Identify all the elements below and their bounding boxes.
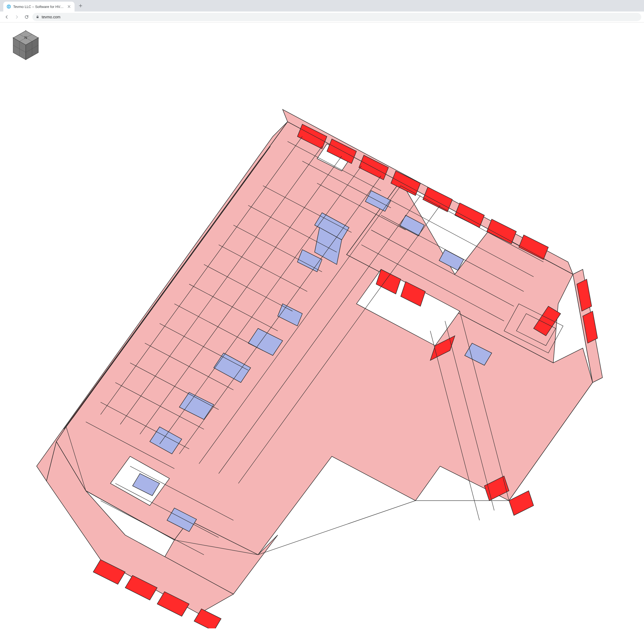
tab-close-icon[interactable]: [67, 4, 71, 9]
svg-marker-31: [423, 187, 452, 212]
model-body[interactable]: [37, 109, 603, 628]
svg-rect-1: [37, 16, 39, 18]
tab-title: Tevmo LLC – Software for HVACR: [13, 5, 65, 9]
viewer-viewport[interactable]: N .fl { fill:#f5b5b5; stroke:#2a2a2a; st…: [0, 22, 644, 644]
address-bar[interactable]: tevmo.com: [32, 13, 641, 21]
address-url-text: tevmo.com: [42, 15, 60, 19]
tab-bar: Tevmo LLC – Software for HVACR: [0, 0, 644, 12]
lock-icon: [36, 15, 39, 19]
toolbar: tevmo.com: [0, 12, 644, 22]
browser-chrome: Tevmo LLC – Software for HVACR tevmo.com: [0, 0, 644, 22]
svg-marker-32: [455, 203, 485, 227]
model-canvas[interactable]: .fl { fill:#f5b5b5; stroke:#2a2a2a; stro…: [0, 22, 644, 644]
nav-back-button[interactable]: [3, 13, 11, 21]
tab-favicon-icon: [7, 4, 11, 9]
browser-tab-active[interactable]: Tevmo LLC – Software for HVACR: [3, 2, 75, 12]
nav-forward-button[interactable]: [13, 13, 21, 21]
new-tab-button[interactable]: [77, 2, 84, 10]
nav-reload-button[interactable]: [22, 13, 31, 21]
